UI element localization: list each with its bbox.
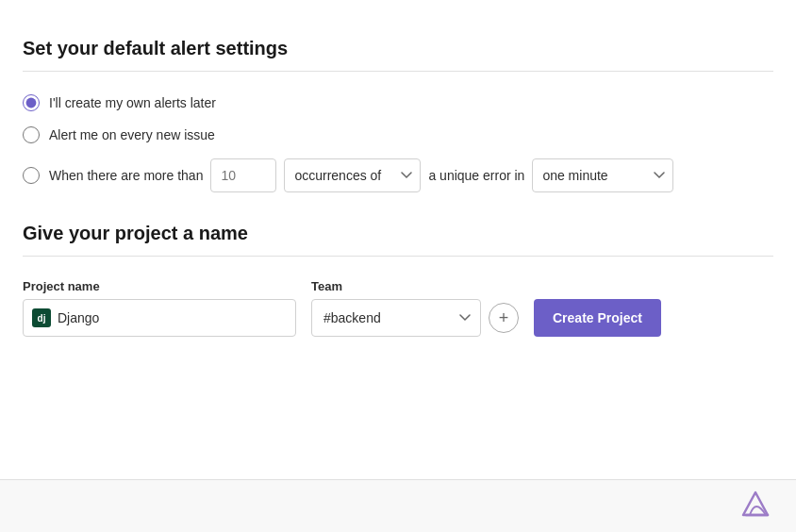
project-form-row: Project name dj Team #backend #frontend … xyxy=(23,279,773,337)
unique-error-label: a unique error in xyxy=(428,168,524,183)
project-name-group: Project name dj xyxy=(23,279,296,337)
alert-option-3: When there are more than occurrences of … xyxy=(23,158,773,192)
plus-icon: + xyxy=(499,309,509,326)
section-title-alerts: Set your default alert settings xyxy=(23,38,773,59)
alert-option-3-label: When there are more than xyxy=(49,168,203,183)
create-project-button[interactable]: Create Project xyxy=(534,299,661,337)
sentry-logo-svg xyxy=(738,489,773,524)
team-dropdown[interactable]: #backend #frontend #devops xyxy=(311,299,481,337)
bottom-bar xyxy=(0,479,796,532)
alert-option-3-row: When there are more than occurrences of … xyxy=(49,158,673,192)
team-select-wrapper: #backend #frontend #devops xyxy=(311,299,481,337)
alert-options-group: I'll create my own alerts later Alert me… xyxy=(23,94,773,192)
project-name-input[interactable] xyxy=(23,299,296,337)
add-team-button[interactable]: + xyxy=(489,303,519,333)
team-group: Team #backend #frontend #devops + xyxy=(311,279,519,337)
alert-option-1-label: I'll create my own alerts later xyxy=(49,95,216,110)
alert-option-2[interactable]: Alert me on every new issue xyxy=(23,126,773,143)
alert-radio-3[interactable] xyxy=(23,167,40,184)
project-name-section: Give your project a name Project name dj… xyxy=(23,223,773,337)
section-divider-alerts xyxy=(23,71,773,72)
section-title-project: Give your project a name xyxy=(23,223,773,244)
project-name-label: Project name xyxy=(23,279,296,293)
team-label: Team xyxy=(311,279,519,293)
sentry-logo xyxy=(738,489,773,524)
occurrences-number-input[interactable] xyxy=(210,158,276,192)
project-name-wrapper: dj xyxy=(23,299,296,337)
alert-option-2-label: Alert me on every new issue xyxy=(49,127,215,142)
create-project-label: Create Project xyxy=(553,310,642,325)
page-container: Set your default alert settings I'll cre… xyxy=(0,0,796,382)
section-divider-project xyxy=(23,256,773,257)
time-window-dropdown[interactable]: one minute 5 minutes 10 minutes 30 minut… xyxy=(532,158,673,192)
alert-radio-1[interactable] xyxy=(23,94,40,111)
alert-radio-2[interactable] xyxy=(23,126,40,143)
occurrences-dropdown[interactable]: occurrences of xyxy=(284,158,421,192)
alert-option-1[interactable]: I'll create my own alerts later xyxy=(23,94,773,111)
django-icon: dj xyxy=(32,308,51,327)
